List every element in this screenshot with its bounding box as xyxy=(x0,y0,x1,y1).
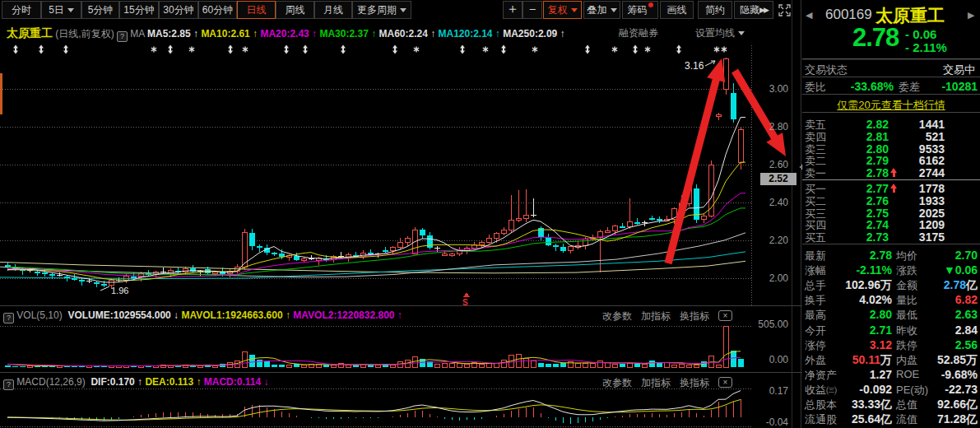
svg-text:1.96: 1.96 xyxy=(111,286,128,295)
svg-text:S: S xyxy=(462,298,468,307)
